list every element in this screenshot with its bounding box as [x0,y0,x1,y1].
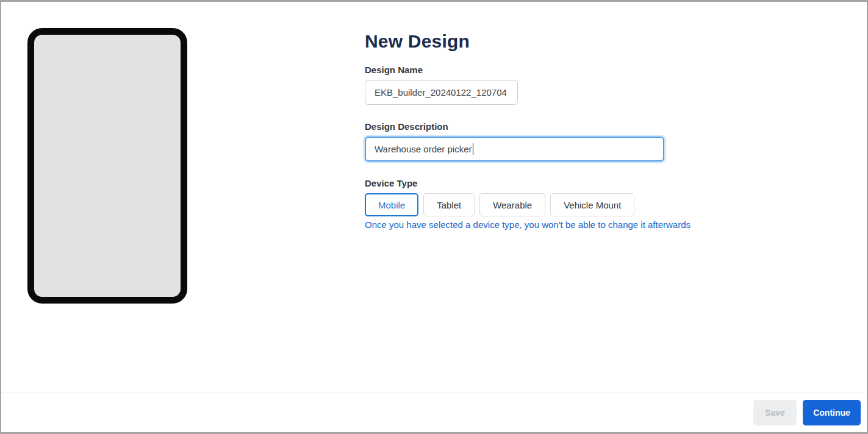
device-type-note: Once you have selected a device type, yo… [365,219,690,230]
text-caret [473,143,473,155]
design-name-input[interactable] [365,80,518,105]
device-type-mobile-button[interactable]: Mobile [365,193,418,216]
device-type-wearable-button[interactable]: Wearable [479,193,545,216]
device-type-vehicle-mount-button[interactable]: Vehicle Mount [550,193,634,216]
device-type-button-group: Mobile Tablet Wearable Vehicle Mount [365,193,634,216]
design-description-value: Warehouse order picker [375,144,472,154]
continue-button[interactable]: Continue [803,400,861,425]
device-type-tablet-button[interactable]: Tablet [423,193,475,216]
device-type-label: Device Type [365,178,417,188]
page-title: New Design [365,31,470,52]
mobile-device-preview [27,28,187,304]
design-description-label: Design Description [365,121,448,132]
design-description-input[interactable]: Warehouse order picker [365,137,664,162]
new-design-page: New Design Design Name Design Descriptio… [0,0,868,434]
design-name-label: Design Name [365,65,423,75]
save-button[interactable]: Save [753,400,797,425]
footer-action-bar: Save Continue [1,393,867,432]
